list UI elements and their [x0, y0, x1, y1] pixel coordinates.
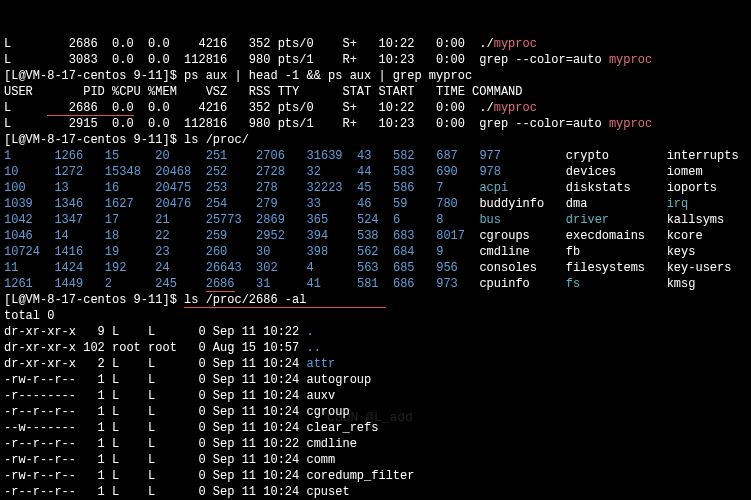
- terminal-output[interactable]: L 2686 0.0 0.0 4216 352 pts/0 S+ 10:22 0…: [4, 36, 751, 500]
